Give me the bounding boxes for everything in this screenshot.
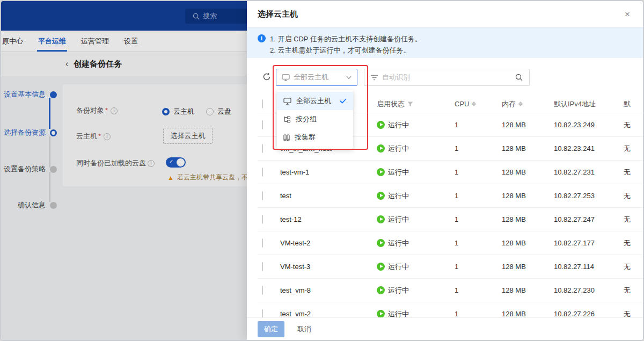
monitor-icon: [282, 74, 290, 81]
dropdown-item-by-cluster[interactable]: 按集群: [277, 128, 353, 147]
modal-mask[interactable]: [1, 1, 247, 340]
table-row[interactable]: test-vm-1 运行中 1 128 MB 10.82.27.231 无: [258, 161, 643, 184]
row-checkbox[interactable]: [262, 144, 263, 153]
drawer-title: 选择云主机: [258, 9, 298, 19]
notice-line-1: 1. 开启 CDP 任务的云主机不支持创建备份任务。: [270, 33, 422, 45]
row-checkbox[interactable]: [262, 238, 263, 248]
check-icon: [340, 98, 347, 104]
drawer-footer: 确定 取消: [247, 317, 643, 340]
row-checkbox[interactable]: [262, 286, 263, 295]
running-status-icon: [377, 168, 385, 176]
col-cpu-header[interactable]: CPU: [455, 100, 502, 108]
row-checkbox[interactable]: [262, 168, 263, 177]
filter-funnel-icon[interactable]: [407, 101, 413, 107]
confirm-button[interactable]: 确定: [258, 321, 284, 337]
screenshot-root: 搜索 原中心 平台运维 运营管理 设置 ‹ 创建备份任务 设置基本信息 选择备份…: [0, 0, 644, 341]
select-all-checkbox[interactable]: [262, 99, 263, 108]
running-status-icon: [377, 192, 385, 200]
running-status-icon: [377, 286, 385, 294]
search-icon[interactable]: [515, 74, 523, 81]
running-status-icon: [377, 144, 385, 153]
col-ipv6-header: 默: [624, 99, 643, 109]
row-checkbox[interactable]: [262, 309, 263, 318]
view-mode-dropdown: 全部云主机 按分组 按集群: [277, 90, 353, 149]
col-ipv4-header: 默认IPv4地址: [554, 99, 624, 109]
refresh-button[interactable]: [262, 72, 274, 84]
running-status-icon: [377, 310, 385, 318]
cluster-icon: [283, 134, 290, 141]
app-underlay: 搜索 原中心 平台运维 运营管理 设置 ‹ 创建备份任务 设置基本信息 选择备份…: [1, 1, 247, 340]
dropdown-item-by-group[interactable]: 按分组: [277, 110, 353, 128]
sort-icon[interactable]: [518, 101, 523, 106]
running-status-icon: [377, 239, 385, 247]
dropdown-item-all-vms[interactable]: 全部云主机: [277, 92, 353, 110]
table-row[interactable]: test-12 运行中 1 128 MB 10.82.27.247 无: [258, 208, 643, 231]
row-checkbox[interactable]: [262, 215, 263, 224]
group-tree-icon: [283, 116, 291, 123]
table-row[interactable]: test_vm-2 运行中 1 128 MB 10.82.27.226 无: [258, 302, 643, 318]
sort-icon[interactable]: [472, 101, 476, 106]
info-circle-icon: i: [258, 34, 266, 42]
table-row[interactable]: VM-test-3 运行中 1 128 MB 10.82.27.114 无: [258, 255, 643, 279]
col-status-header[interactable]: 启用状态: [377, 99, 455, 109]
chevron-down-icon: [346, 76, 352, 79]
row-checkbox[interactable]: [262, 191, 263, 200]
select-vm-drawer: 选择云主机 × i 1. 开启 CDP 任务的云主机不支持创建备份任务。 2. …: [247, 1, 643, 340]
vm-search-input[interactable]: 自动识别: [364, 69, 530, 86]
filter-lines-icon: [371, 75, 378, 81]
info-banner: i 1. 开启 CDP 任务的云主机不支持创建备份任务。 2. 云主机需处于运行…: [247, 27, 643, 58]
table-row[interactable]: test 运行中 1 128 MB 10.82.27.253 无: [258, 184, 643, 208]
close-icon[interactable]: ×: [623, 8, 632, 21]
col-mem-header[interactable]: 内存: [502, 99, 554, 109]
monitor-icon: [283, 98, 291, 105]
view-select-value: 全部云主机: [294, 72, 328, 82]
notice-line-2: 2. 云主机需处于运行中，才可创建备份任务。: [270, 45, 422, 56]
cancel-button[interactable]: 取消: [297, 324, 311, 334]
table-row[interactable]: test_vm-8 运行中 1 128 MB 10.82.27.230 无: [258, 279, 643, 302]
running-status-icon: [377, 121, 385, 129]
row-checkbox[interactable]: [262, 262, 263, 271]
view-mode-select[interactable]: 全部云主机: [276, 69, 357, 86]
table-row[interactable]: VM-test-2 运行中 1 128 MB 10.82.27.177 无: [258, 231, 643, 255]
row-checkbox[interactable]: [262, 120, 263, 129]
vm-search-placeholder: 自动识别: [382, 72, 410, 82]
running-status-icon: [377, 215, 385, 223]
drawer-header: 选择云主机 ×: [247, 1, 643, 27]
running-status-icon: [377, 263, 385, 271]
